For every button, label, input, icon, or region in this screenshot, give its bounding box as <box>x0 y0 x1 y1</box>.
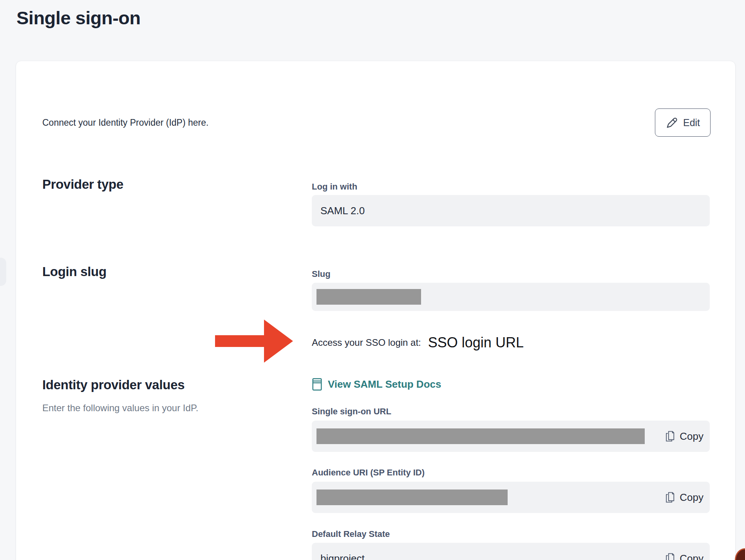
default-relay-state-field: bigproject Copy <box>312 543 710 560</box>
default-relay-state-label: Default Relay State <box>312 529 390 539</box>
redacted-value-bar <box>316 490 508 505</box>
side-drawer-handle[interactable] <box>0 258 6 286</box>
edit-button-label: Edit <box>683 117 700 128</box>
sso-url-label: Single sign-on URL <box>312 406 391 417</box>
intro-text: Connect your Identity Provider (IdP) her… <box>42 117 208 128</box>
copy-button-label: Copy <box>680 491 703 504</box>
annotation-arrow-icon <box>212 316 296 367</box>
copy-relay-state-button[interactable]: Copy <box>665 543 703 560</box>
copy-icon <box>665 553 675 560</box>
default-relay-state-value: bigproject <box>312 553 365 560</box>
page-title: Single sign-on <box>16 7 141 29</box>
sso-url-field: Copy <box>312 421 710 452</box>
pencil-icon <box>665 116 678 129</box>
slug-label: Slug <box>312 269 331 279</box>
redacted-value-bar <box>316 428 645 444</box>
annotation-corner-artifact <box>735 548 745 560</box>
section-heading-login-slug: Login slug <box>42 264 107 279</box>
docs-link-label: View SAML Setup Docs <box>328 378 441 390</box>
section-heading-idp-values: Identity provider values <box>42 378 184 392</box>
sso-settings-card: Connect your Identity Provider (IdP) her… <box>16 61 736 560</box>
edit-button[interactable]: Edit <box>655 108 711 137</box>
login-with-label: Log in with <box>312 182 357 192</box>
sso-access-line: Access your SSO login at: SSO login URL <box>312 331 524 355</box>
copy-button-label: Copy <box>680 430 703 443</box>
section-heading-provider-type: Provider type <box>42 177 123 192</box>
copy-audience-uri-button[interactable]: Copy <box>665 482 703 513</box>
slug-field <box>312 283 710 311</box>
sso-access-prefix: Access your SSO login at: <box>312 337 421 348</box>
copy-sso-url-button[interactable]: Copy <box>665 421 703 452</box>
view-saml-setup-docs-link[interactable]: View SAML Setup Docs <box>312 376 441 392</box>
redacted-value-bar <box>316 289 421 305</box>
copy-button-label: Copy <box>680 553 703 560</box>
audience-uri-label: Audience URI (SP Entity ID) <box>312 468 425 478</box>
idp-values-subheading: Enter the following values in your IdP. <box>42 403 198 414</box>
copy-icon <box>665 430 675 442</box>
copy-icon <box>665 491 675 503</box>
provider-type-value: SAML 2.0 <box>312 205 365 217</box>
journal-docs-icon <box>312 378 322 391</box>
sso-settings-page: Single sign-on Connect your Identity Pro… <box>0 0 745 560</box>
sso-login-url-annotation: SSO login URL <box>428 334 524 351</box>
audience-uri-field: Copy <box>312 482 710 513</box>
provider-type-field: SAML 2.0 <box>312 195 710 226</box>
